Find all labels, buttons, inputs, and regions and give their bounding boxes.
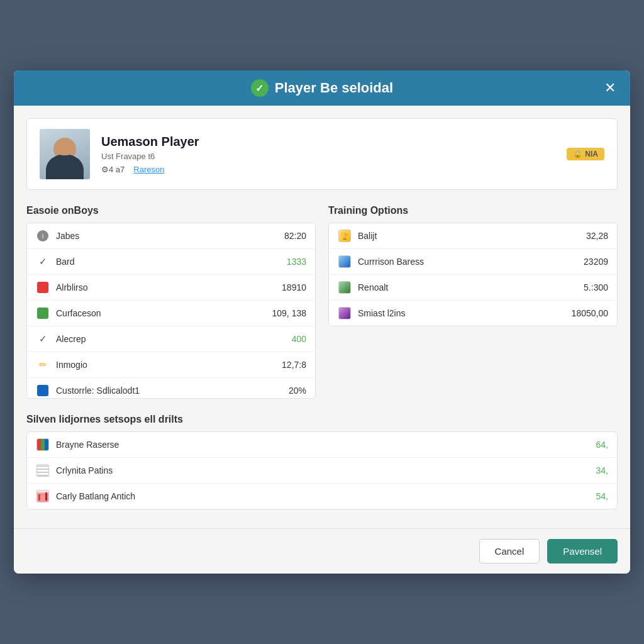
list-item-icon: 🏆	[338, 229, 352, 243]
list-item-value: 20%	[289, 386, 306, 396]
list-item-label: Currrison Baress	[358, 257, 577, 267]
list-item[interactable]: Carly Batlang Antich54,	[27, 484, 617, 509]
player-name: Uemason Player	[101, 135, 555, 149]
close-button[interactable]: ✕	[600, 78, 620, 98]
list-item-icon	[36, 384, 50, 397]
list-item-value: 12,7:8	[282, 360, 306, 370]
list-item-label: Curfaceson	[56, 308, 266, 318]
list-item-value: 109, 138	[272, 308, 307, 318]
list-item-value: 64,	[596, 440, 608, 450]
list-item[interactable]: Crlynita Patins34,	[27, 458, 617, 484]
two-column-section: Easoie onBoys iJabes82:20✓Bard1333Alrbli…	[26, 205, 618, 399]
list-item-icon: ✓	[36, 332, 50, 346]
nia-icon: 🔒	[573, 150, 582, 158]
list-item-icon	[36, 489, 50, 503]
list-item[interactable]: Brayne Raserse64,	[27, 432, 617, 458]
silver-section-title: Silven lidjornes setsops ell drilts	[26, 414, 618, 425]
player-info: Uemason Player Ust Fravape t6 ⚙4 a7 Rare…	[101, 135, 555, 174]
list-item[interactable]: 🏆Balijt32,28	[329, 223, 617, 249]
modal-title: ✓ Player Be seloidal	[251, 79, 393, 97]
player-modal: ✓ Player Be seloidal ✕ Uemason Player Us…	[14, 70, 630, 574]
list-item[interactable]: iJabes82:20	[27, 223, 315, 249]
modal-overlay: ✓ Player Be seloidal ✕ Uemason Player Us…	[0, 0, 644, 644]
player-meta: ⚙4 a7 Rareson	[101, 165, 555, 174]
list-item-label: Brayne Raserse	[56, 440, 590, 450]
list-item[interactable]: Curfaceson109, 138	[27, 301, 315, 326]
list-item-label: Alrblirso	[56, 282, 275, 292]
player-subtitle: Ust Fravape t6	[101, 152, 555, 161]
player-meta-left: ⚙4 a7	[101, 165, 125, 174]
check-circle-icon: ✓	[251, 79, 269, 97]
list-item-label: Smiast l2ins	[358, 308, 565, 318]
list-item-label: Crlynita Patins	[56, 465, 590, 475]
list-item-value: 18050,00	[572, 308, 608, 318]
list-item-value: 32,28	[586, 231, 608, 241]
left-section-title: Easoie onBoys	[26, 205, 316, 216]
right-section: Training Options 🏆Balijt32,28Currrison B…	[328, 205, 618, 399]
list-item-value: 5.:300	[584, 282, 608, 292]
silver-section: Silven lidjornes setsops ell drilts Bray…	[26, 414, 618, 509]
nia-badge: 🔒 NIA	[567, 148, 604, 160]
modal-header: ✓ Player Be seloidal ✕	[14, 70, 630, 106]
list-item-value: 54,	[596, 491, 608, 501]
left-list-panel[interactable]: iJabes82:20✓Bard1333Alrblirso18910Curfac…	[26, 223, 316, 399]
list-item-value: 82:20	[284, 231, 306, 241]
list-item-icon	[338, 280, 352, 294]
list-item-icon	[338, 306, 352, 320]
list-item-icon: ✓	[36, 255, 50, 269]
list-item-label: Inmogio	[56, 360, 275, 370]
list-item[interactable]: Currrison Baress23209	[329, 249, 617, 275]
silver-list-panel[interactable]: Brayne Raserse64,Crlynita Patins34,Carly…	[26, 431, 618, 509]
list-item-label: Alecrep	[56, 334, 286, 344]
list-item-value: 400	[292, 334, 306, 344]
list-item[interactable]: ✏Inmogio12,7:8	[27, 352, 315, 378]
nia-label: NIA	[585, 150, 598, 158]
player-card: Uemason Player Ust Fravape t6 ⚙4 a7 Rare…	[26, 118, 618, 190]
list-item[interactable]: Alrblirso18910	[27, 275, 315, 301]
list-item[interactable]: Custorrle: Sdlicalodt120%	[27, 378, 315, 399]
avatar	[40, 129, 90, 179]
list-item-icon	[36, 438, 50, 452]
modal-footer: Cancel Pavensel	[14, 528, 630, 574]
list-item-icon: ✏	[36, 358, 50, 372]
list-item-label: Carly Batlang Antich	[56, 491, 590, 501]
list-item[interactable]: Renoalt5.:300	[329, 275, 617, 301]
player-meta-link[interactable]: Rareson	[133, 165, 164, 174]
list-item-icon	[36, 306, 50, 320]
list-item-value: 23209	[584, 257, 608, 267]
modal-body: Uemason Player Ust Fravape t6 ⚙4 a7 Rare…	[14, 106, 630, 528]
list-item-label: Renoalt	[358, 282, 577, 292]
list-item-icon: i	[36, 229, 50, 243]
list-item-icon	[338, 255, 352, 269]
left-section: Easoie onBoys iJabes82:20✓Bard1333Alrbli…	[26, 205, 316, 399]
list-item-label: Bard	[56, 257, 280, 267]
list-item-value: 18910	[282, 282, 306, 292]
list-item-label: Custorrle: Sdlicalodt1	[56, 386, 282, 396]
list-item-icon	[36, 280, 50, 294]
list-item[interactable]: Smiast l2ins18050,00	[329, 301, 617, 326]
confirm-button[interactable]: Pavensel	[547, 539, 618, 564]
list-item-icon	[36, 464, 50, 477]
list-item[interactable]: ✓Bard1333	[27, 249, 315, 275]
list-item-value: 1333	[287, 257, 306, 267]
list-item-label: Jabes	[56, 231, 278, 241]
list-item-value: 34,	[596, 465, 608, 475]
cancel-button[interactable]: Cancel	[479, 539, 540, 564]
list-item[interactable]: ✓Alecrep400	[27, 326, 315, 352]
right-list-panel[interactable]: 🏆Balijt32,28Currrison Baress23209Renoalt…	[328, 223, 618, 326]
list-item-label: Balijt	[358, 231, 580, 241]
right-section-title: Training Options	[328, 205, 618, 216]
modal-title-text: Player Be seloidal	[275, 80, 393, 96]
